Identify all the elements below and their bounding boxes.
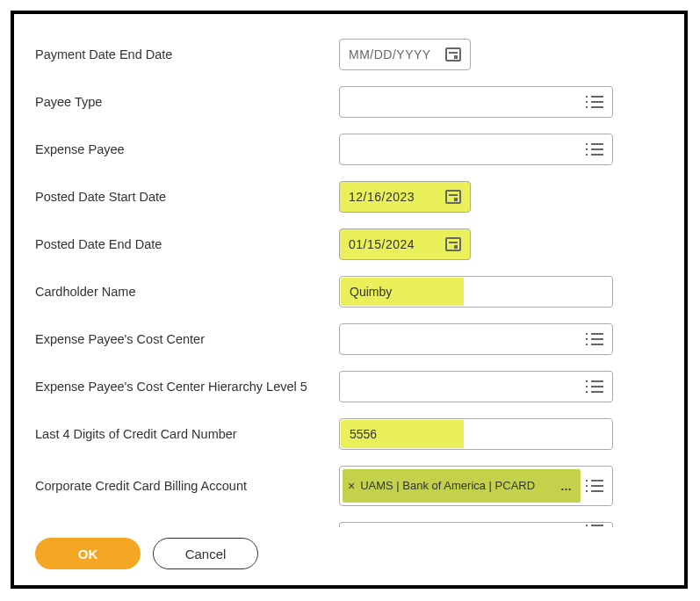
label-payment-date-end: Payment Date End Date — [35, 47, 339, 62]
label-expense-payee: Expense Payee — [35, 142, 339, 156]
label-billing-account: Corporate Credit Card Billing Account — [35, 479, 339, 493]
billing-account-chip: × UAMS | Bank of America | PCARD … — [343, 469, 581, 503]
payee-cost-center-input[interactable] — [339, 323, 613, 355]
chip-more-icon[interactable]: … — [557, 480, 575, 493]
row-posted-start: Posted Date Start Date 12/16/2023 — [35, 181, 663, 213]
payee-type-input[interactable] — [339, 86, 613, 118]
last4-input[interactable]: 5556 — [339, 418, 613, 450]
label-posted-end: Posted Date End Date — [35, 237, 339, 251]
button-bar: OK Cancel — [35, 527, 663, 569]
form-area: Payment Date End Date MM/DD/YYYY Payee T… — [35, 39, 663, 527]
chip-remove-icon[interactable]: × — [348, 479, 355, 493]
row-payment-date-end: Payment Date End Date MM/DD/YYYY — [35, 39, 663, 70]
label-payee-type: Payee Type — [35, 95, 339, 109]
row-posted-end: Posted Date End Date 01/15/2024 — [35, 228, 663, 260]
calendar-icon[interactable] — [445, 190, 461, 204]
list-icon[interactable] — [588, 380, 603, 393]
date-value: 01/15/2024 — [349, 237, 445, 251]
expense-payee-input[interactable] — [339, 134, 613, 165]
row-payee-type: Payee Type — [35, 86, 663, 118]
cancel-button[interactable]: Cancel — [153, 538, 258, 569]
cardholder-input[interactable]: Quimby — [339, 276, 613, 308]
filter-dialog: Payment Date End Date MM/DD/YYYY Payee T… — [11, 11, 688, 589]
list-icon[interactable] — [588, 143, 603, 156]
row-cardholder: Cardholder Name Quimby — [35, 276, 663, 308]
payment-date-end-input[interactable]: MM/DD/YYYY — [339, 39, 471, 70]
calendar-icon[interactable] — [445, 237, 461, 251]
row-billing-account: Corporate Credit Card Billing Account × … — [35, 466, 663, 506]
row-payee-cost-center: Expense Payee's Cost Center — [35, 323, 663, 355]
date-value: 12/16/2023 — [349, 190, 445, 204]
list-icon[interactable] — [588, 333, 603, 345]
row-last4: Last 4 Digits of Credit Card Number 5556 — [35, 418, 663, 450]
label-cardholder: Cardholder Name — [35, 285, 339, 299]
label-payee-cc-hier5: Expense Payee's Cost Center Hierarchy Le… — [35, 380, 339, 394]
posted-end-input[interactable]: 01/15/2024 — [339, 228, 471, 260]
list-icon[interactable] — [588, 96, 603, 108]
row-payee-cc-hier5: Expense Payee's Cost Center Hierarchy Le… — [35, 371, 663, 402]
ok-button[interactable]: OK — [35, 538, 141, 569]
chip-label: UAMS | Bank of America | PCARD — [360, 479, 557, 493]
label-payee-cost-center: Expense Payee's Cost Center — [35, 332, 339, 346]
label-posted-start: Posted Date Start Date — [35, 190, 339, 204]
row-expense-payee: Expense Payee — [35, 134, 663, 165]
calendar-icon[interactable] — [445, 47, 461, 62]
input-value: Quimby — [341, 278, 464, 306]
payee-cc-hier5-input[interactable] — [339, 371, 613, 402]
input-value: 5556 — [341, 420, 464, 448]
posted-start-input[interactable]: 12/16/2023 — [339, 181, 471, 213]
date-value: MM/DD/YYYY — [349, 47, 445, 62]
label-last4: Last 4 Digits of Credit Card Number — [35, 427, 339, 441]
list-icon[interactable] — [588, 480, 603, 492]
billing-account-input[interactable]: × UAMS | Bank of America | PCARD … — [339, 466, 613, 506]
